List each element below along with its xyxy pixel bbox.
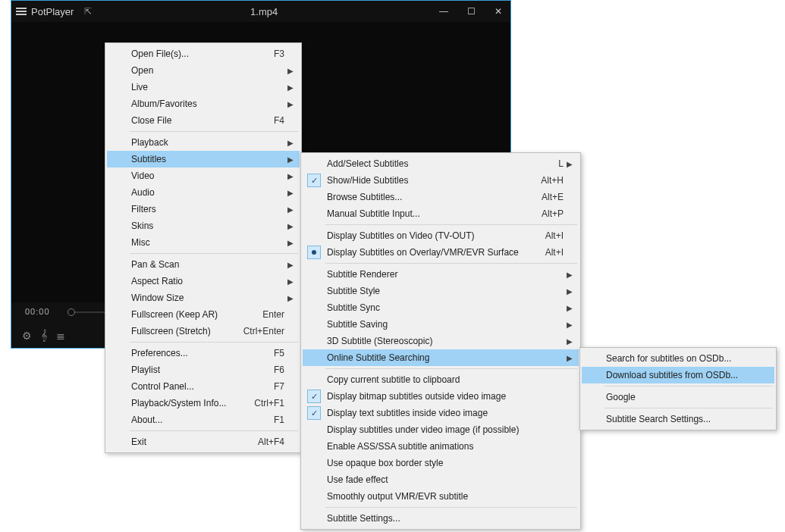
- menu-item-label: Video: [131, 171, 284, 181]
- menu-item-label: Exit: [131, 437, 240, 447]
- app-menu-button[interactable]: PotPlayer: [16, 6, 74, 17]
- main-menu-item[interactable]: Live▶: [107, 79, 300, 95]
- menu-item-label: Playback/System Info...: [131, 398, 236, 408]
- subtitles-menu-item[interactable]: Use opaque box border style: [303, 455, 579, 471]
- subtitles-menu-item[interactable]: Smoothly output VMR/EVR subtitle: [303, 488, 579, 505]
- subtitles-menu-item[interactable]: Browse Subtitles...Alt+E: [303, 189, 579, 205]
- subtitles-menu-item[interactable]: Subtitle Sync▶: [303, 299, 579, 316]
- submenu-arrow-icon: ▶: [287, 83, 294, 92]
- menu-item-shortcut: Alt+F4: [240, 437, 284, 447]
- main-menu-item[interactable]: Misc▶: [107, 234, 300, 251]
- main-menu-item[interactable]: Video▶: [107, 167, 300, 184]
- subtitles-menu-separator: [325, 368, 577, 369]
- main-menu-item[interactable]: Playback▶: [107, 134, 300, 151]
- menu-item-label: Download subtitles from OSDb...: [606, 370, 759, 380]
- menu-item-label: Add/Select Subtitles: [327, 158, 526, 169]
- main-menu-item[interactable]: Close FileF4: [107, 112, 300, 129]
- subtitles-menu-item[interactable]: Manual Subtitle Input...Alt+P: [303, 205, 579, 222]
- menu-item-shortcut: Alt+P: [523, 208, 564, 219]
- file-title: 1.mp4: [92, 6, 436, 17]
- main-menu-item[interactable]: Playback/System Info...Ctrl+F1: [107, 395, 300, 412]
- main-menu-item[interactable]: ExitAlt+F4: [107, 433, 300, 450]
- menu-item-label: Enable ASS/SSA subtitle animations: [327, 441, 564, 452]
- subtitles-menu-item[interactable]: Subtitle Style▶: [303, 283, 579, 299]
- main-menu-item[interactable]: Album/Favorites▶: [107, 95, 300, 112]
- subtitles-menu-item[interactable]: 3D Subtitle (Stereoscopic)▶: [303, 333, 579, 349]
- menu-item-label: Window Size: [131, 293, 284, 303]
- menu-item-shortcut: Alt+E: [523, 192, 564, 202]
- settings-icon[interactable]: ⚙: [22, 330, 32, 342]
- main-menu-item[interactable]: Filters▶: [107, 201, 300, 217]
- subtitles-menu-item[interactable]: Subtitle Renderer▶: [303, 266, 579, 283]
- menu-item-label: Fullscreen (Keep AR): [131, 309, 244, 320]
- menu-item-label: Use fade effect: [327, 474, 564, 485]
- menu-item-label: Open: [131, 65, 284, 76]
- online-subtitle-menu-item[interactable]: Google: [582, 389, 774, 405]
- main-menu-item[interactable]: Aspect Ratio▶: [107, 273, 300, 289]
- menu-item-label: Aspect Ratio: [131, 276, 284, 286]
- main-menu-item[interactable]: Open File(s)...F3: [107, 45, 300, 62]
- menu-item-shortcut: F5: [246, 348, 284, 358]
- main-menu-separator: [130, 430, 298, 431]
- main-menu-item[interactable]: Open▶: [107, 62, 300, 79]
- main-menu-item[interactable]: Subtitles▶: [107, 151, 300, 167]
- main-menu-item[interactable]: Fullscreen (Keep AR)Enter: [107, 306, 300, 323]
- subtitles-menu-item[interactable]: Display Subtitles on Video (TV-OUT)Alt+I: [303, 227, 579, 244]
- online-subtitle-menu-item[interactable]: Subtitle Search Settings...: [582, 411, 774, 427]
- playback-time: 00:00: [25, 307, 50, 316]
- subtitles-menu-item[interactable]: Add/Select SubtitlesL▶: [303, 155, 579, 172]
- menu-item-label: Open File(s)...: [131, 49, 246, 59]
- menu-item-label: Playlist: [131, 365, 246, 375]
- online-subtitle-menu-item[interactable]: Search for subtitles on OSDb...: [582, 350, 774, 367]
- submenu-arrow-icon: ▶: [287, 172, 294, 180]
- subtitles-menu-item[interactable]: ✓Display text subtitles inside video ima…: [303, 405, 579, 421]
- subtitles-menu-item[interactable]: Copy current subtitle to clipboard: [303, 371, 579, 388]
- main-menu-item[interactable]: Window Size▶: [107, 289, 300, 306]
- subtitles-menu-item[interactable]: ✓Show/Hide SubtitlesAlt+H: [303, 172, 579, 189]
- submenu-arrow-icon: ▶: [567, 160, 573, 168]
- main-menu-item[interactable]: Audio▶: [107, 184, 300, 201]
- subtitles-menu-item[interactable]: Use fade effect: [303, 471, 579, 488]
- main-menu-item[interactable]: About...F1: [107, 412, 300, 428]
- pin-icon[interactable]: ⇱: [84, 6, 92, 17]
- submenu-arrow-icon: ▶: [287, 239, 294, 247]
- menu-item-label: Display bitmap subtitles outside video i…: [327, 391, 564, 402]
- main-menu-item[interactable]: Preferences...F5: [107, 345, 300, 361]
- menu-item-shortcut: Ctrl+F1: [236, 398, 284, 408]
- main-menu-separator: [130, 342, 298, 343]
- menu-item-label: Display Subtitles on Video (TV-OUT): [327, 230, 526, 241]
- menu-item-label: 3D Subtitle (Stereoscopic): [327, 336, 564, 346]
- subtitles-menu-item[interactable]: Online Subtitle Searching▶: [303, 349, 579, 366]
- submenu-arrow-icon: ▶: [287, 67, 294, 75]
- menu-item-label: Subtitle Style: [327, 286, 564, 296]
- minimize-button[interactable]: —: [436, 6, 451, 17]
- subtitles-menu-item[interactable]: Subtitle Saving▶: [303, 316, 579, 333]
- submenu-arrow-icon: ▶: [287, 222, 294, 230]
- menu-item-label: Show/Hide Subtitles: [327, 175, 523, 186]
- menu-item-label: Audio: [131, 187, 284, 198]
- subtitles-menu-item[interactable]: ✓Display bitmap subtitles outside video …: [303, 388, 579, 405]
- equalizer-icon[interactable]: 𝄞: [41, 329, 47, 342]
- menu-item-label: Search for subtitles on OSDb...: [606, 353, 759, 364]
- subtitles-menu-item[interactable]: Enable ASS/SSA subtitle animations: [303, 438, 579, 455]
- online-subtitle-menu-item[interactable]: Download subtitles from OSDb...: [582, 367, 774, 383]
- menu-item-label: Subtitle Settings...: [327, 513, 564, 524]
- subtitles-menu-item[interactable]: Display Subtitles on Overlay/VMR/EVR Sur…: [303, 244, 579, 261]
- main-menu-item[interactable]: Fullscreen (Stretch)Ctrl+Enter: [107, 323, 300, 340]
- menu-item-shortcut: Ctrl+Enter: [225, 326, 284, 336]
- check-icon: ✓: [307, 390, 321, 403]
- main-menu-item[interactable]: Skins▶: [107, 217, 300, 234]
- close-button[interactable]: ✕: [491, 6, 506, 17]
- subtitles-menu-item[interactable]: Subtitle Settings...: [303, 510, 579, 527]
- maximize-button[interactable]: ☐: [463, 6, 479, 17]
- submenu-arrow-icon: ▶: [567, 354, 573, 362]
- menu-item-shortcut: F3: [246, 49, 284, 59]
- progress-thumb[interactable]: [68, 308, 75, 316]
- main-menu-item[interactable]: Pan & Scan▶: [107, 256, 300, 273]
- subtitles-menu-item[interactable]: Display subtitles under video image (if …: [303, 421, 579, 438]
- main-menu-item[interactable]: Control Panel...F7: [107, 378, 300, 395]
- playlist-icon[interactable]: ≣: [56, 330, 65, 342]
- menu-item-shortcut: F6: [246, 365, 284, 375]
- online-subtitle-menu-separator: [604, 408, 773, 408]
- main-menu-item[interactable]: PlaylistF6: [107, 361, 300, 378]
